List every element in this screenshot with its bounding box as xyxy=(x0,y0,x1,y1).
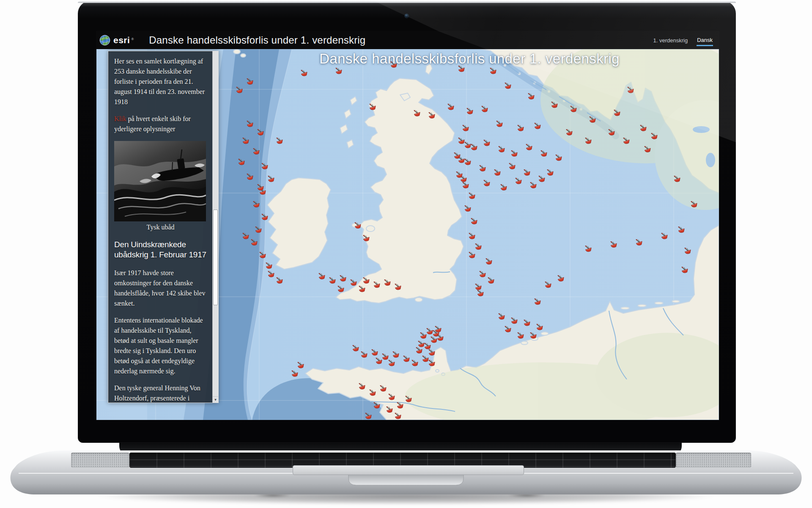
scrollbar-down-arrow[interactable]: ▾ xyxy=(213,396,218,403)
cta-paragraph: Klik på hvert enkelt skib for yderligere… xyxy=(114,114,207,134)
laptop-front-notch xyxy=(348,474,464,485)
registered-mark: ® xyxy=(131,37,134,41)
page: esri ® Danske handelsskibsforlis under 1… xyxy=(0,0,812,508)
webcam-icon xyxy=(404,14,409,18)
nav-item-dansk[interactable]: Dansk xyxy=(697,34,713,46)
speaker-grille-right xyxy=(676,453,751,468)
sidebar-scrollbar[interactable]: ▾ xyxy=(212,51,218,403)
esri-logo[interactable]: esri ® xyxy=(96,35,134,46)
cta-link[interactable]: Klik xyxy=(114,115,126,122)
app-screen: esri ® Danske handelsskibsforlis under 1… xyxy=(96,31,719,420)
laptop-foot-shadow xyxy=(254,493,292,498)
story-sidebar: Her ses en samlet kortlægning af 253 dan… xyxy=(108,51,219,403)
app-header: esri ® Danske handelsskibsforlis under 1… xyxy=(96,31,719,49)
laptop-lid: esri ® Danske handelsskibsforlis under 1… xyxy=(78,1,736,443)
laptop-shadow xyxy=(8,487,804,508)
speaker-grille-left xyxy=(71,453,129,468)
esri-globe-icon xyxy=(99,35,110,46)
laptop-foot-shadow xyxy=(508,493,546,498)
image-caption: Tysk ubåd xyxy=(114,223,207,232)
map-container: Danske handelsskibsforlis under 1. verde… xyxy=(96,49,719,420)
scrollbar-thumb[interactable] xyxy=(213,210,218,305)
sidebar-paragraph: Den tyske general Henning Von Holtzendor… xyxy=(114,383,207,403)
cta-rest: på hvert enkelt skib for yderligere oply… xyxy=(114,115,191,133)
story-sidebar-content: Her ses en samlet kortlægning af 253 dan… xyxy=(108,51,213,403)
brand-wordmark: esri xyxy=(113,35,130,45)
app-title: Danske handelsskibsforlis under 1. verde… xyxy=(149,34,365,46)
section-heading: Den Uindskrænkede ubådskrig 1. Februar 1… xyxy=(114,240,207,260)
sidebar-paragraph: Ententens internationale blokade af hand… xyxy=(114,315,207,376)
nav-item-verdenskrig[interactable]: 1. verdenskrig xyxy=(653,35,688,46)
trackpad xyxy=(293,465,524,475)
uboat-image xyxy=(114,141,206,221)
header-nav: 1. verdenskrig Dansk xyxy=(653,34,719,46)
sidebar-paragraph: Især 1917 havde store omkostninger for d… xyxy=(114,268,207,309)
intro-paragraph: Her ses en samlet kortlægning af 253 dan… xyxy=(114,56,207,107)
